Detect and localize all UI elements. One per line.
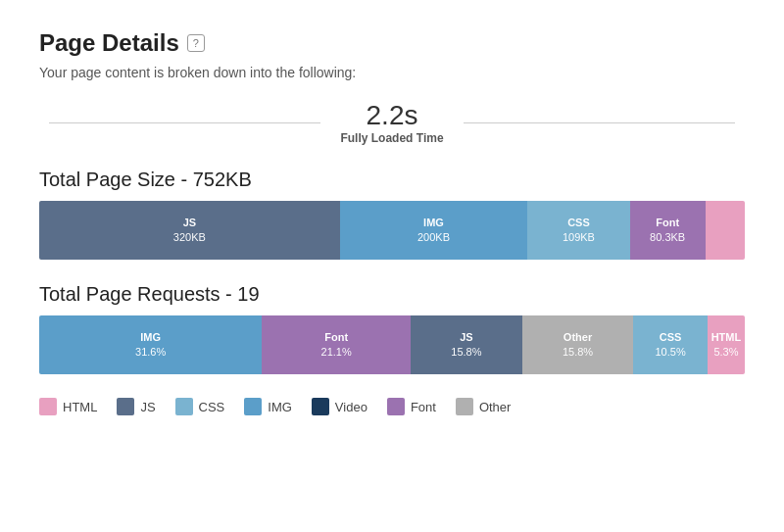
timeline-container: 2.2s Fully Loaded Time [39, 100, 745, 145]
timeline-label: Fully Loaded Time [340, 131, 443, 145]
requests-bar-segment-css: CSS10.5% [633, 315, 708, 374]
legend-label-js: JS [140, 400, 155, 414]
legend-label-html: HTML [63, 400, 97, 414]
requests-bar-segment-font: Font21.1% [262, 315, 411, 374]
requests-bar-segment-other: Other15.8% [522, 315, 634, 374]
legend-label-img: IMG [268, 400, 292, 414]
legend-item-img: IMG [244, 398, 292, 415]
size-section-title: Total Page Size - 752KB [39, 169, 745, 191]
requests-bar: IMG31.6%Font21.1%JS15.8%Other15.8%CSS10.… [39, 315, 745, 374]
legend-item-css: CSS [175, 398, 225, 415]
legend-swatch-other [456, 398, 473, 415]
requests-section-title: Total Page Requests - 19 [39, 283, 745, 306]
legend-swatch-img [244, 398, 262, 415]
timeline-center: 2.2s Fully Loaded Time [320, 100, 463, 145]
legend-swatch-font [387, 398, 405, 415]
legend-label-other: Other [479, 400, 512, 414]
legend-label-font: Font [411, 400, 436, 414]
legend-swatch-js [117, 398, 134, 415]
size-bar-segment-other [706, 201, 745, 260]
help-badge[interactable]: ? [187, 34, 205, 52]
legend-swatch-css [175, 398, 193, 415]
legend: HTMLJSCSSIMGVideoFontOther [39, 398, 745, 415]
size-bar-segment-css: CSS109KB [527, 201, 629, 260]
size-bar: JS320KBIMG200KBCSS109KBFont80.3KB [39, 201, 745, 260]
legend-item-js: JS [117, 398, 155, 415]
size-bar-segment-font: Font80.3KB [630, 201, 706, 260]
subtitle: Your page content is broken down into th… [39, 65, 745, 80]
timeline-line-left [49, 122, 320, 123]
legend-label-video: Video [335, 400, 368, 414]
timeline-line-right [464, 122, 735, 123]
page-title-row: Page Details ? [39, 29, 745, 57]
requests-bar-segment-img: IMG31.6% [39, 315, 262, 374]
page-title: Page Details [39, 29, 179, 57]
legend-swatch-video [312, 398, 329, 415]
requests-bar-segment-html: HTML5.3% [708, 315, 745, 374]
legend-swatch-html [39, 398, 57, 415]
legend-item-other: Other [456, 398, 512, 415]
size-bar-segment-js: JS320KB [39, 201, 340, 260]
legend-item-html: HTML [39, 398, 97, 415]
legend-item-font: Font [387, 398, 436, 415]
legend-label-css: CSS [199, 400, 225, 414]
requests-bar-segment-js: JS15.8% [411, 315, 522, 374]
size-bar-segment-img: IMG200KB [340, 201, 528, 260]
timeline-value: 2.2s [367, 100, 418, 131]
legend-item-video: Video [312, 398, 368, 415]
